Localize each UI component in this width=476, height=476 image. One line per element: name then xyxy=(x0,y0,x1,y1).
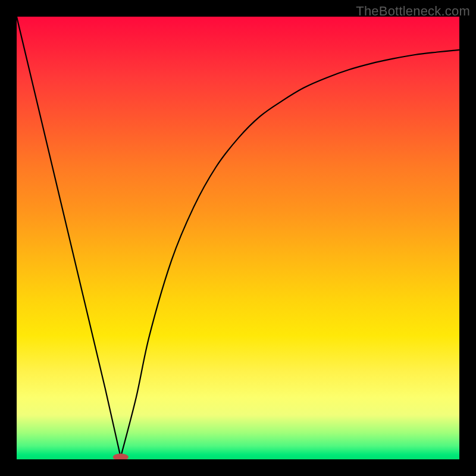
watermark-text: TheBottleneck.com xyxy=(356,4,470,19)
minimum-marker xyxy=(113,453,129,459)
chart-frame: TheBottleneck.com xyxy=(0,0,476,476)
curve-layer xyxy=(17,17,459,459)
plot-area xyxy=(17,17,459,459)
bottleneck-curve xyxy=(17,17,459,457)
